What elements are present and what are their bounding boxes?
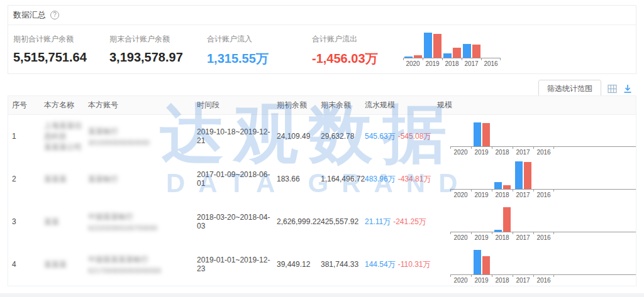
chart-year-label: 2018	[442, 58, 462, 67]
chart-year-label: 2020	[450, 190, 471, 198]
outflow-bar	[524, 162, 531, 189]
stat-value: 1,315.55万	[207, 50, 312, 67]
chart-year-label: 2020	[403, 58, 423, 67]
cell-seq: 3	[8, 217, 44, 226]
cell-scale: 20202019201820172016	[437, 160, 636, 198]
summary-card: 数据汇总 ? 期初合计账户余额 5,515,751.64 期末合计账户余额 3,…	[8, 5, 636, 74]
chart-year-label: 2018	[492, 232, 513, 241]
stat-label: 合计账户流入	[207, 34, 312, 45]
summary-body: 期初合计账户余额 5,515,751.64 期末合计账户余额 3,193,578…	[8, 25, 636, 67]
cell-account: 某某银行	[88, 174, 197, 185]
name-line: 某某某公司	[44, 142, 88, 153]
flow-in-value: 21.11万	[365, 217, 391, 226]
stat-label: 合计账户流出	[312, 34, 403, 45]
stat-value: 5,515,751.64	[13, 50, 109, 65]
chart-x-axis: 20202019201820172016	[403, 58, 501, 67]
cell-close: 381,744.33	[321, 260, 365, 269]
name-line: 某某某	[44, 259, 88, 270]
stat-label: 期初合计账户余额	[13, 34, 109, 45]
col-header-scale: 规模	[437, 100, 636, 111]
chart-year-label: 2017	[462, 58, 481, 67]
chart-x-axis: 20202019201820172016	[450, 189, 636, 198]
table-row[interactable]: 4 某某某 中国某某某某银行 6217000000000000000 2019-…	[8, 243, 636, 286]
chart-year-label: 2016	[481, 58, 501, 67]
cell-account: 某某银行 3010000000000000	[88, 126, 197, 146]
download-icon[interactable]	[623, 84, 632, 94]
outflow-bar	[472, 45, 480, 58]
accounts-table: 序号 本方名称 本方账号 时间段 期初余额 期末余额 流水规模 规模 1 上海某…	[8, 95, 636, 286]
chart-year-label: 2018	[492, 147, 513, 156]
inflow-bar	[443, 53, 452, 58]
cell-seq: 1	[8, 132, 44, 141]
cell-open: 39,449.12	[277, 260, 321, 269]
chart-x-axis: 20202019201820172016	[450, 232, 636, 241]
cell-flow: 21.11万-241.25万	[365, 217, 437, 227]
chart-year-label: 2020	[450, 275, 471, 284]
stat-label: 期末合计账户余额	[109, 34, 207, 45]
row-scale-chart: 20202019201820172016	[450, 160, 636, 198]
chart-year-label: 2019	[471, 232, 492, 241]
col-header-flow: 流水规模	[365, 100, 437, 111]
inflow-bar	[404, 57, 413, 58]
flow-in-value: 545.63万	[365, 132, 396, 141]
chart-x-axis: 20202019201820172016	[450, 274, 636, 284]
chart-year-label: 2019	[471, 190, 492, 198]
chart-year-slot	[492, 182, 513, 189]
cell-open: 183.66	[277, 175, 321, 183]
inflow-bar	[424, 33, 432, 58]
stat-opening-balance: 期初合计账户余额 5,515,751.64	[13, 31, 109, 67]
chart-year-label: 2019	[471, 147, 492, 156]
summary-card-header: 数据汇总 ?	[8, 6, 636, 25]
chart-year-label: 2020	[450, 147, 471, 156]
account-number: 622202000100700000	[88, 224, 197, 232]
table-header-row: 序号 本方名称 本方账号 时间段 期初余额 期末余额 流水规模 规模	[8, 96, 636, 115]
account-bank: 中国某某某某银行	[88, 254, 197, 265]
chart-x-axis: 20202019201820172016	[450, 146, 636, 156]
chart-year-slot	[471, 122, 492, 146]
col-header-seq: 序号	[8, 100, 44, 111]
column-settings-icon[interactable]	[608, 84, 617, 94]
chart-year-label: 2017	[513, 275, 533, 284]
summary-flow-chart: 20202019201820172016	[403, 31, 501, 67]
chart-year-label: 2017	[513, 232, 533, 241]
cell-seq: 4	[8, 260, 44, 269]
table-row[interactable]: 2 某某某 某某银行 2017-01-09~2018-06-01 183.66 …	[8, 158, 636, 200]
cell-open: 2,626,999.22	[277, 217, 321, 226]
account-bank: 某某银行	[88, 174, 197, 185]
cell-close: 1,164,496.72	[321, 175, 365, 183]
chart-year-slot	[403, 55, 423, 58]
name-line: 上海某某信息科技	[44, 121, 88, 142]
cell-seq: 2	[8, 175, 44, 183]
row-scale-chart: 20202019201820172016	[450, 203, 636, 241]
cell-flow: 483.96万-434.81万	[365, 174, 437, 185]
stat-total-inflow: 合计账户流入 1,315.55万	[207, 31, 312, 67]
chart-year-label: 2016	[533, 147, 554, 156]
chart-year-slot	[442, 48, 462, 58]
name-line: 某某	[44, 217, 88, 227]
cell-open: 24,109.49	[277, 132, 321, 141]
flow-out-value: -110.31万	[398, 260, 431, 269]
chart-year-label: 2016	[533, 275, 554, 284]
stat-value: -1,456.03万	[312, 50, 403, 67]
help-icon[interactable]: ?	[50, 11, 59, 19]
stat-closing-balance: 期末合计账户余额 3,193,578.97	[109, 31, 207, 67]
page-bottom-strip	[0, 293, 644, 297]
cell-account: 中国某某银行 622202000100700000	[88, 212, 197, 232]
cell-name: 某某	[44, 217, 88, 227]
cell-period: 2018-03-20~2018-04-03	[197, 213, 277, 230]
account-number: 3010000000000000	[88, 139, 197, 146]
flow-in-value: 144.54万	[365, 260, 396, 269]
account-bank: 中国某某银行	[88, 212, 197, 222]
table-row[interactable]: 1 上海某某信息科技 某某某公司 某某银行 3010000000000000 2…	[8, 115, 636, 158]
inflow-bar	[463, 44, 471, 58]
cell-close: 29,632.78	[321, 132, 365, 141]
flow-out-value: -545.08万	[398, 132, 431, 141]
chart-year-slot	[492, 207, 513, 232]
cell-name: 某某某	[44, 259, 88, 270]
cell-account: 中国某某某某银行 6217000000000000000	[88, 254, 197, 274]
row-scale-chart: 20202019201820172016	[450, 246, 636, 284]
table-row[interactable]: 3 某某 中国某某银行 622202000100700000 2018-03-2…	[8, 200, 636, 243]
inflow-bar	[515, 161, 523, 189]
chart-year-label: 2019	[471, 275, 492, 284]
flow-in-value: 483.96万	[365, 175, 396, 183]
